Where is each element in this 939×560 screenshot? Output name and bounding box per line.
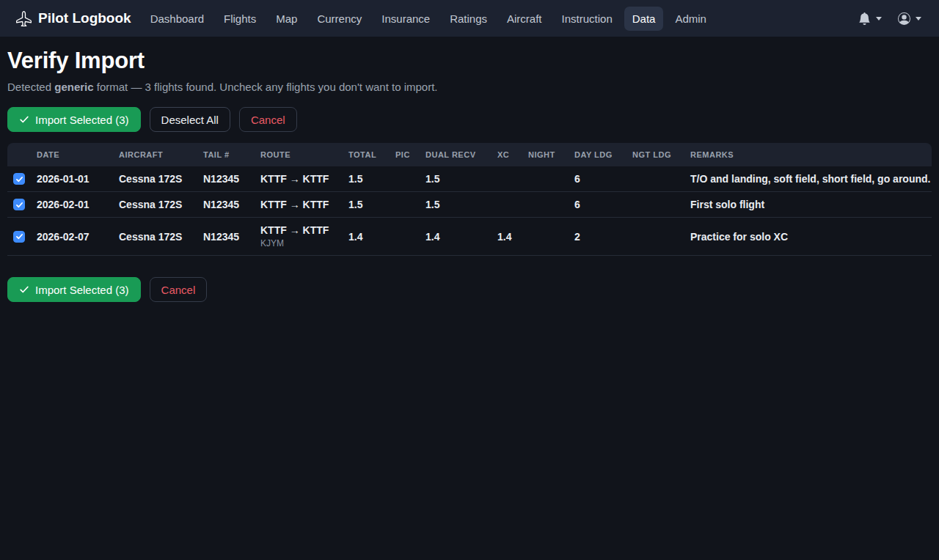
flight-row: 2026-02-01 Cessna 172S N12345 KTTF → KTT… xyxy=(7,192,932,218)
aircraft-cell: Cessna 172S xyxy=(119,192,203,218)
aircraft-cell: Cessna 172S xyxy=(119,218,203,256)
aircraft-cell: Cessna 172S xyxy=(119,166,203,192)
col-xc: XC xyxy=(497,143,528,166)
route-via: KJYM xyxy=(260,238,343,248)
route-main: KTTF → KTTF xyxy=(260,173,329,185)
total-cell: 1.4 xyxy=(348,218,395,256)
detected-format: generic xyxy=(54,81,93,93)
col-route: ROUTE xyxy=(260,143,348,166)
table-body: 2026-01-01 Cessna 172S N12345 KTTF → KTT… xyxy=(7,166,932,256)
main-content: Verify Import Detected generic format — … xyxy=(0,48,939,302)
navbar-right xyxy=(858,12,921,25)
total-cell: 1.5 xyxy=(348,192,395,218)
nav-item[interactable]: Data xyxy=(624,7,664,31)
night-cell xyxy=(528,218,574,256)
nav-item[interactable]: Aircraft xyxy=(499,7,550,31)
check-icon xyxy=(19,114,29,125)
pic-cell xyxy=(395,192,425,218)
row-checkbox[interactable] xyxy=(13,173,25,185)
flight-row: 2026-01-01 Cessna 172S N12345 KTTF → KTT… xyxy=(7,166,932,192)
cancel-button[interactable]: Cancel xyxy=(239,107,297,132)
row-checkbox[interactable] xyxy=(13,231,25,243)
pic-cell xyxy=(395,166,425,192)
tail-cell: N12345 xyxy=(203,166,260,192)
dual-recv-cell: 1.5 xyxy=(425,192,497,218)
col-remarks: REMARKS xyxy=(690,143,932,166)
check-icon xyxy=(19,284,29,295)
day-ldg-cell: 6 xyxy=(574,166,632,192)
import-selected-label: Import Selected (3) xyxy=(35,114,129,126)
person-circle-icon xyxy=(898,12,910,25)
col-day-ldg: DAY LDG xyxy=(574,143,632,166)
route-cell: KTTF → KTTF xyxy=(260,166,348,192)
remarks-cell: Practice for solo XC xyxy=(690,218,932,256)
subtitle-suffix: format — 3 flights found. Uncheck any fl… xyxy=(94,81,438,93)
flight-row: 2026-02-07 Cessna 172S N12345 KTTF → KTT… xyxy=(7,218,932,256)
deselect-all-button[interactable]: Deselect All xyxy=(150,107,230,132)
ngt-ldg-cell xyxy=(632,166,690,192)
col-dual-recv: DUAL RECV xyxy=(425,143,497,166)
nav-item[interactable]: Currency xyxy=(309,7,370,31)
dual-recv-cell: 1.5 xyxy=(425,166,497,192)
nav-item[interactable]: Flights xyxy=(216,7,264,31)
select-cell xyxy=(7,218,37,256)
select-cell xyxy=(7,192,37,218)
nav-item[interactable]: Instruction xyxy=(554,7,621,31)
remarks-cell: First solo flight xyxy=(690,192,932,218)
select-cell xyxy=(7,166,37,192)
chevron-down-icon xyxy=(916,17,921,21)
route-cell: KTTF → KTTF xyxy=(260,192,348,218)
dual-recv-cell: 1.4 xyxy=(425,218,497,256)
remarks-cell: T/O and landing, soft field, short field… xyxy=(690,166,932,192)
import-selected-button[interactable]: Import Selected (3) xyxy=(7,277,141,302)
date-cell: 2026-01-01 xyxy=(37,166,119,192)
date-cell: 2026-02-07 xyxy=(37,218,119,256)
navbar: Pilot Logbook Dashboard Flights Map Curr… xyxy=(0,0,939,37)
row-checkbox[interactable] xyxy=(13,199,25,210)
nav-item[interactable]: Dashboard xyxy=(142,7,212,31)
brand[interactable]: Pilot Logbook xyxy=(16,10,131,26)
total-cell: 1.5 xyxy=(348,166,395,192)
ngt-ldg-cell xyxy=(632,192,690,218)
col-tail: TAIL # xyxy=(203,143,260,166)
ngt-ldg-cell xyxy=(632,218,690,256)
notifications-menu[interactable] xyxy=(858,12,882,25)
brand-name: Pilot Logbook xyxy=(38,10,131,26)
day-ldg-cell: 6 xyxy=(574,192,632,218)
account-menu[interactable] xyxy=(898,12,921,25)
route-cell: KTTF → KTTFKJYM xyxy=(260,218,348,256)
subtitle-prefix: Detected xyxy=(7,81,54,93)
subtitle: Detected generic format — 3 flights foun… xyxy=(7,81,932,93)
import-selected-label: Import Selected (3) xyxy=(35,284,129,296)
nav-item[interactable]: Ratings xyxy=(442,7,495,31)
main-nav: Dashboard Flights Map Currency Insurance… xyxy=(142,7,715,31)
col-aircraft: AIRCRAFT xyxy=(119,143,203,166)
date-cell: 2026-02-01 xyxy=(37,192,119,218)
bottom-actions: Import Selected (3) Cancel xyxy=(7,277,932,302)
chevron-down-icon xyxy=(876,17,882,21)
col-pic: PIC xyxy=(395,143,425,166)
table-header: DATE AIRCRAFT TAIL # ROUTE TOTAL PIC DUA… xyxy=(7,143,932,166)
route-main: KTTF → KTTF xyxy=(260,224,329,236)
top-actions: Import Selected (3) Deselect All Cancel xyxy=(7,107,932,132)
nav-item[interactable]: Admin xyxy=(667,7,715,31)
nav-item[interactable]: Insurance xyxy=(373,7,438,31)
night-cell xyxy=(528,166,574,192)
cancel-button[interactable]: Cancel xyxy=(150,277,208,302)
col-night: NIGHT xyxy=(528,143,574,166)
xc-cell xyxy=(497,192,528,218)
nav-item[interactable]: Map xyxy=(268,7,305,31)
tail-cell: N12345 xyxy=(203,218,260,256)
xc-cell: 1.4 xyxy=(497,218,528,256)
day-ldg-cell: 2 xyxy=(574,218,632,256)
col-total: TOTAL xyxy=(348,143,395,166)
col-date: DATE xyxy=(37,143,119,166)
tail-cell: N12345 xyxy=(203,192,260,218)
route-main: KTTF → KTTF xyxy=(260,199,329,210)
xc-cell xyxy=(497,166,528,192)
pic-cell xyxy=(395,218,425,256)
import-selected-button[interactable]: Import Selected (3) xyxy=(7,107,141,132)
col-ngt-ldg: NGT LDG xyxy=(632,143,690,166)
flights-table: DATE AIRCRAFT TAIL # ROUTE TOTAL PIC DUA… xyxy=(7,143,932,256)
airplane-icon xyxy=(16,11,32,26)
